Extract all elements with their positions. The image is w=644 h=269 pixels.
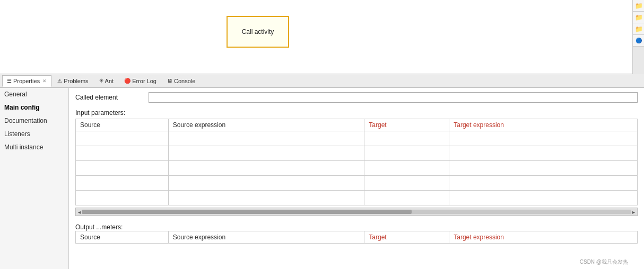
- cell[interactable]: [449, 146, 638, 161]
- cell[interactable]: [364, 131, 449, 146]
- cell[interactable]: [364, 176, 449, 191]
- cell[interactable]: [449, 176, 638, 191]
- sidebar-item-documentation[interactable]: Documentation: [0, 114, 68, 128]
- tab-problems-label: Problems: [64, 78, 88, 84]
- out-col-target: Target: [364, 231, 449, 244]
- canvas-area: Call activity 📁 📁 📁 🔵: [0, 0, 644, 74]
- output-parameters-table: Source Source expression Target Target e…: [75, 231, 638, 244]
- col-source-expression: Source expression: [168, 119, 364, 131]
- cell[interactable]: [449, 191, 638, 205]
- tab-console[interactable]: 🖥 Console: [162, 75, 200, 87]
- called-element-label: Called element: [75, 94, 144, 101]
- problems-icon: ⚠: [57, 78, 62, 84]
- call-activity-label: Call activity: [242, 28, 274, 35]
- table-row: [76, 191, 638, 205]
- icon-folder-2[interactable]: 📁: [633, 12, 644, 23]
- out-col-target-expression: Target expression: [449, 231, 638, 244]
- table-row: [76, 131, 638, 146]
- table-row: [76, 176, 638, 191]
- input-parameters-label: Input parameters:: [75, 109, 638, 116]
- sidebar-item-listeners[interactable]: Listeners: [0, 128, 68, 141]
- tab-properties[interactable]: ☰ Properties ✕: [2, 75, 51, 87]
- bottom-panel: ☰ Properties ✕ ⚠ Problems ✳ Ant 🔴 Error …: [0, 74, 644, 269]
- horizontal-scrollbar[interactable]: ◂ ▸: [75, 208, 638, 216]
- col-source: Source: [76, 119, 169, 131]
- scroll-left-icon[interactable]: ◂: [77, 209, 82, 215]
- csdn-watermark: CSDN @我只会发热: [580, 258, 628, 266]
- sidebar-item-multi-instance[interactable]: Multi instance: [0, 141, 68, 154]
- tab-bar: ☰ Properties ✕ ⚠ Problems ✳ Ant 🔴 Error …: [0, 74, 644, 88]
- right-icons-panel: 📁 📁 📁 🔵: [632, 0, 644, 74]
- cell[interactable]: [76, 146, 169, 161]
- cell[interactable]: [449, 161, 638, 176]
- out-col-source-expression: Source expression: [168, 231, 364, 244]
- tab-error-log-label: Error Log: [132, 78, 156, 84]
- out-col-source: Source: [76, 231, 169, 244]
- icon-folder-1[interactable]: 📁: [633, 0, 644, 12]
- table-row: [76, 146, 638, 161]
- cell[interactable]: [168, 191, 364, 205]
- cell[interactable]: [76, 176, 169, 191]
- ant-icon: ✳: [99, 78, 103, 84]
- cell[interactable]: [364, 161, 449, 176]
- called-element-row: Called element: [75, 92, 638, 103]
- tab-properties-close[interactable]: ✕: [42, 78, 47, 84]
- sidebar-item-general[interactable]: General: [0, 88, 68, 101]
- content-area: General Main config Documentation Listen…: [0, 88, 644, 269]
- output-parameters-section: Output ...meters: Source Source expressi…: [75, 223, 638, 246]
- input-parameters-section: Input parameters: Source Source expressi…: [75, 109, 638, 219]
- cell[interactable]: [449, 131, 638, 146]
- cell[interactable]: [168, 161, 364, 176]
- call-activity-node[interactable]: Call activity: [227, 16, 289, 48]
- error-log-icon: 🔴: [124, 78, 130, 84]
- scrollbar-thumb[interactable]: [82, 210, 412, 214]
- icon-folder-3[interactable]: 📁: [633, 23, 644, 35]
- scrollbar-track[interactable]: [82, 210, 631, 214]
- col-target-expression: Target expression: [449, 119, 638, 131]
- properties-icon: ☰: [7, 78, 12, 84]
- output-parameters-label: Output ...meters:: [75, 223, 638, 231]
- input-parameters-table: Source Source expression Target Target e…: [75, 119, 638, 205]
- tab-ant[interactable]: ✳ Ant: [94, 75, 119, 87]
- sidebar-item-main-config[interactable]: Main config: [0, 101, 68, 114]
- left-sidebar: General Main config Documentation Listen…: [0, 88, 69, 269]
- cell[interactable]: [76, 131, 169, 146]
- table-row: [76, 161, 638, 176]
- cell[interactable]: [76, 161, 169, 176]
- cell[interactable]: [76, 191, 169, 205]
- col-target: Target: [364, 119, 449, 131]
- called-element-input[interactable]: [149, 92, 638, 103]
- icon-blue[interactable]: 🔵: [633, 35, 644, 47]
- cell[interactable]: [168, 131, 364, 146]
- main-content: Called element Input parameters: Source …: [69, 88, 644, 269]
- tab-error-log[interactable]: 🔴 Error Log: [119, 75, 161, 87]
- console-icon: 🖥: [167, 78, 172, 84]
- cell[interactable]: [364, 191, 449, 205]
- tab-properties-label: Properties: [13, 78, 40, 84]
- scroll-right-icon[interactable]: ▸: [631, 209, 636, 215]
- cell[interactable]: [364, 146, 449, 161]
- tab-ant-label: Ant: [105, 78, 114, 84]
- tab-console-label: Console: [174, 78, 195, 84]
- cell[interactable]: [168, 176, 364, 191]
- cell[interactable]: [168, 146, 364, 161]
- tab-problems[interactable]: ⚠ Problems: [53, 75, 93, 87]
